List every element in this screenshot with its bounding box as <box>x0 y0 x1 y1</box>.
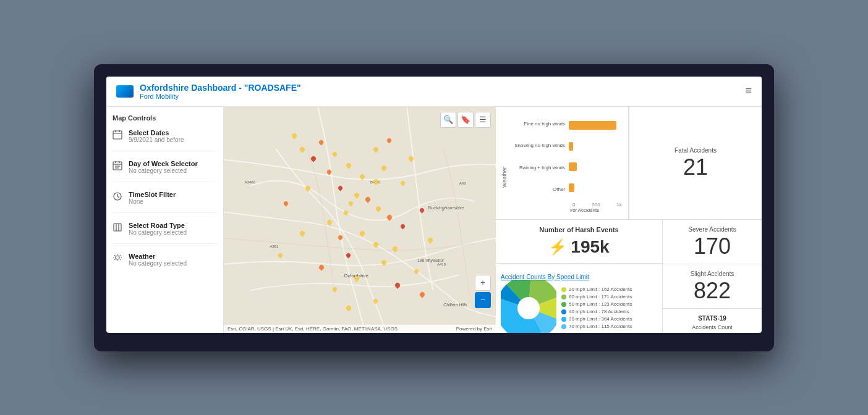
map-search-button[interactable]: 🔍 <box>440 112 456 128</box>
map-svg: A3400 B4031 A43 A421 A361 A418 B4019 277… <box>224 107 496 333</box>
legend-dot-20mph <box>561 324 566 329</box>
legend-dot-30mph <box>561 317 566 322</box>
filter-road-value: No category selected <box>129 229 187 236</box>
legend-label-50mph: 50 mph Limit : 123 Accidents <box>569 301 632 307</box>
filter-dates-text: Select Dates 9/9/2021 and before <box>129 129 184 143</box>
menu-button[interactable]: ≡ <box>745 85 752 98</box>
harsh-events-value: 195k <box>571 237 609 257</box>
lightning-icon: ⚡ <box>548 238 567 256</box>
svg-text:198 m: 198 m <box>417 258 429 262</box>
svg-text:Oxfordshire: Oxfordshire <box>344 273 368 279</box>
severe-label: Severe Accidents <box>688 226 736 233</box>
right-bottom-right: Severe Accidents 170 Slight Accidents 82… <box>663 220 762 333</box>
pie-wrapper: 20 mph Limit : 162 Accidents 60 mph Limi… <box>501 280 657 333</box>
svg-line-21 <box>114 255 115 256</box>
dashboard-title: Oxfordshire Dashboard - "ROADSAFE" <box>140 83 301 93</box>
svg-point-54 <box>517 297 540 319</box>
calendar2-icon <box>113 161 124 172</box>
svg-text:A418: A418 <box>437 262 446 266</box>
map-area: A3400 B4031 A43 A421 A361 A418 B4019 277… <box>224 107 496 333</box>
filter-weather[interactable]: Weather No category selected <box>113 253 217 274</box>
filter-road-type[interactable]: Select Road Type No category selected <box>113 222 217 244</box>
filter-dates-label: Select Dates <box>129 129 184 136</box>
gauge-title: STATS-19 <box>698 315 726 322</box>
legend-dot-60mph <box>561 295 566 300</box>
clock-icon <box>113 191 124 203</box>
map-zoom-out[interactable]: − <box>475 292 491 308</box>
chart-x-labels: 0 500 1k <box>510 201 622 208</box>
harsh-events-title: Number of Harsh Events <box>539 226 618 233</box>
filter-select-dates[interactable]: Select Dates 9/9/2021 and before <box>113 129 217 151</box>
map-zoom-in[interactable]: + <box>475 275 491 291</box>
legend-dot-50mph <box>561 302 566 307</box>
weather-icon <box>113 253 124 264</box>
filter-timeslot-label: TimeSlot Filter <box>129 191 176 198</box>
calendar-icon <box>113 130 124 141</box>
svg-text:Aylesbur: Aylesbur <box>428 258 445 262</box>
filter-weather-value: No category selected <box>129 260 187 267</box>
gauge-box: STATS-19 Accidents Count 1k <box>663 309 762 333</box>
legend-label-30mph: 30 mph Limit : 364 Accidents <box>569 316 632 322</box>
bar-1 <box>569 142 573 151</box>
left-bottom-panel: Number of Harsh Events ⚡ 195k Accident C… <box>496 220 663 333</box>
filter-day-of-week[interactable]: Day of Week Selector No category selecte… <box>113 160 217 182</box>
svg-text:Chiltern Hills: Chiltern Hills <box>443 302 467 306</box>
legend-label-40mph: 40 mph Limit : 78 Accidents <box>569 309 629 314</box>
slight-label: Slight Accidents <box>691 270 734 277</box>
filter-dates-value: 9/9/2021 and before <box>129 136 184 143</box>
gauge-subtitle: Accidents Count <box>692 324 733 330</box>
svg-line-22 <box>120 259 121 259</box>
map-toolbar: 🔍 🔖 ☰ <box>440 112 491 128</box>
svg-rect-0 <box>113 131 122 139</box>
severe-value: 170 <box>694 235 731 258</box>
svg-point-16 <box>116 256 119 259</box>
map-list-button[interactable]: ☰ <box>475 112 491 128</box>
map-bookmark-button[interactable]: 🔖 <box>457 112 474 128</box>
filter-timeslot[interactable]: TimeSlot Filter None <box>113 191 217 213</box>
svg-text:Buckinghamshire: Buckinghamshire <box>428 205 464 211</box>
weather-chart: Weather Fine no high winds Snowing no hi… <box>496 107 629 219</box>
filter-timeslot-value: None <box>129 198 176 205</box>
logo-icon <box>116 85 134 98</box>
svg-rect-25 <box>224 107 496 332</box>
fatal-label: Fatal Accidents <box>674 147 717 154</box>
left-panel: Map Controls Select Dates 9/9/2021 and <box>106 107 224 333</box>
filter-road-label: Select Road Type <box>129 222 187 229</box>
x-label-0: 0 <box>572 202 575 208</box>
weather-y-title: Weather <box>502 113 508 213</box>
right-panels: Weather Fine no high winds Snowing no hi… <box>496 107 762 333</box>
svg-text:A3400: A3400 <box>245 180 256 183</box>
pie-chart-svg <box>501 280 556 333</box>
svg-line-23 <box>120 255 121 256</box>
svg-text:B4031: B4031 <box>370 180 381 183</box>
map-attribution-right: Powered by Esri <box>456 326 492 332</box>
pie-legend: 20 mph Limit : 162 Accidents 60 mph Limi… <box>561 287 632 329</box>
legend-item-20mph: 70 mph Limit : 115 Accidents <box>561 324 632 329</box>
legend-label-20mph: 70 mph Limit : 115 Accidents <box>569 324 632 329</box>
dashboard-subtitle: Ford Mobility <box>140 93 301 100</box>
right-top: Weather Fine no high winds Snowing no hi… <box>496 107 762 220</box>
map-zoom-controls: + − <box>475 275 491 308</box>
svg-rect-13 <box>114 224 121 231</box>
y-label-0: Fine no high winds <box>510 121 565 127</box>
chart-x-title: #of Accidents <box>510 208 622 213</box>
right-bottom: Number of Harsh Events ⚡ 195k Accident C… <box>496 220 762 333</box>
road-icon <box>113 222 124 233</box>
fatal-value: 21 <box>683 156 708 178</box>
legend-label-70mph: 20 mph Limit : 162 Accidents <box>569 287 632 292</box>
x-label-1: 500 <box>592 202 600 208</box>
legend-item-50mph: 50 mph Limit : 123 Accidents <box>561 301 632 307</box>
filter-weather-text: Weather No category selected <box>129 253 187 267</box>
slight-value: 822 <box>694 280 731 302</box>
monitor: Oxfordshire Dashboard - "ROADSAFE" Ford … <box>94 64 774 351</box>
legend-dot-40mph <box>561 309 566 314</box>
y-label-3: Other <box>510 187 565 192</box>
y-label-2: Raining + high winds <box>510 165 565 170</box>
accident-counts-link[interactable]: Accident Counts By Speed Limit <box>501 274 657 280</box>
map-footer: Esri, CGIAR, USGS | Esri UK, Esri, HERE,… <box>224 325 496 333</box>
filter-timeslot-text: TimeSlot Filter None <box>129 191 176 205</box>
legend-dot-70mph <box>561 287 566 292</box>
chart-bars <box>569 113 622 201</box>
fatal-accidents-box: Fatal Accidents 21 <box>629 107 762 219</box>
map-attribution-left: Esri, CGIAR, USGS | Esri UK, Esri, HERE,… <box>228 326 398 332</box>
